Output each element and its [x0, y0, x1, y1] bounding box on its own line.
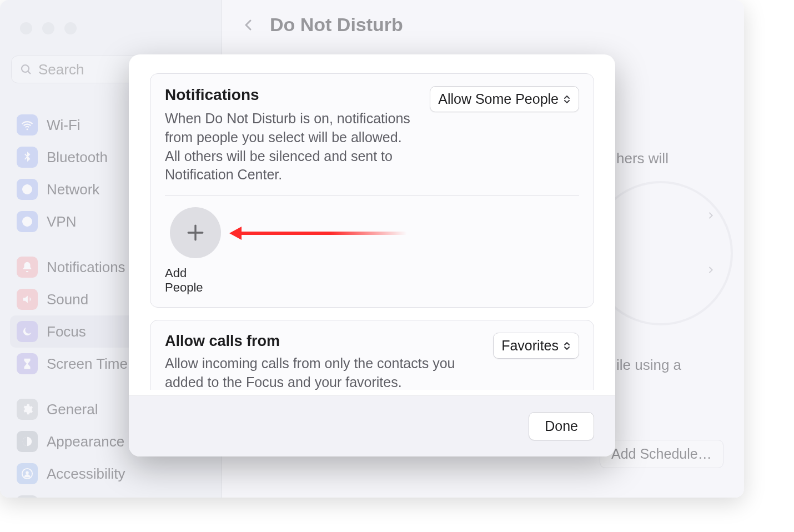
dropdown-value: Favorites — [501, 338, 559, 354]
allow-calls-description: Allow incoming calls from only the conta… — [165, 354, 481, 390]
allow-calls-title: Allow calls from — [165, 333, 481, 350]
notifications-allow-dropdown[interactable]: Allow Some People — [430, 86, 579, 112]
allowed-people-modal: Notifications When Do Not Disturb is on,… — [129, 54, 615, 456]
allow-calls-dropdown[interactable]: Favorites — [493, 333, 579, 359]
notifications-card: Notifications When Do Not Disturb is on,… — [150, 73, 594, 308]
settings-window: Wi-FiBluetoothNetworkVPNNotificationsSou… — [0, 0, 744, 498]
done-button[interactable]: Done — [529, 412, 594, 440]
add-people-label: Add People — [165, 266, 226, 295]
updown-chevron-icon — [563, 341, 571, 351]
dropdown-value: Allow Some People — [438, 91, 559, 107]
modal-footer: Done — [129, 395, 615, 456]
updown-chevron-icon — [563, 94, 571, 104]
notifications-title: Notifications — [165, 86, 419, 104]
plus-icon — [186, 223, 205, 242]
annotation-arrow — [237, 232, 407, 235]
notifications-description: When Do Not Disturb is on, notifications… — [165, 109, 419, 184]
add-people-button[interactable] — [170, 207, 221, 258]
calls-card: Allow calls from Allow incoming calls fr… — [150, 320, 594, 390]
